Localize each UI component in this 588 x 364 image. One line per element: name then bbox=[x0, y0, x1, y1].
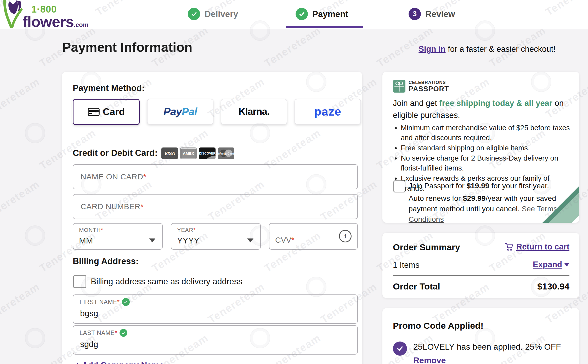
first-name-label: FIRST NAME bbox=[80, 299, 117, 305]
last-name-valid-check-icon bbox=[120, 329, 127, 337]
first-name-valid-check-icon bbox=[122, 298, 130, 306]
cart-icon bbox=[505, 243, 514, 251]
celebrations-passport-card: CELEBRATIONS PASSPORT Join and get free … bbox=[382, 72, 579, 223]
promo-code-card: Promo Code Applied! 25LOVELY has been ap… bbox=[382, 308, 579, 364]
promo-applied-check-icon bbox=[393, 342, 407, 356]
method-klarna-button[interactable]: Klarna. bbox=[221, 99, 287, 124]
signin-rest: for a faster & easier checkout! bbox=[446, 44, 556, 54]
method-paypal-button[interactable]: PayPal bbox=[147, 99, 213, 124]
first-name-value: bgsg bbox=[80, 309, 98, 318]
auto-renew-text: Auto renews for $29.99/year with your sa… bbox=[409, 193, 568, 223]
visa-icon: VISA bbox=[161, 147, 178, 159]
benefit-item: No service charge for 2 Business-Day del… bbox=[401, 153, 573, 173]
step-delivery-label: Delivery bbox=[205, 9, 238, 19]
passport-brand-top: CELEBRATIONS bbox=[409, 80, 449, 85]
benefit-item: Minimum cart merchandise value of $25 be… bbox=[401, 123, 573, 143]
benefit-item: Free standard shipping on eligible items… bbox=[401, 143, 573, 153]
year-select[interactable]: YEAR* YYYY bbox=[171, 223, 261, 250]
payment-method-row: Card PayPal Klarna. paze bbox=[73, 99, 361, 125]
signin-link[interactable]: Sign in bbox=[419, 44, 445, 54]
payment-form-card: Payment Method: Card PayPal Klarna. paze… bbox=[62, 72, 362, 364]
expand-toggle[interactable]: Expand bbox=[533, 260, 569, 269]
passport-brand-bottom: PASSPORT bbox=[409, 85, 449, 93]
month-label: MONTH bbox=[79, 227, 101, 233]
flowers-logo[interactable]: 1·800 flowers.com bbox=[2, 0, 24, 29]
logo-flowers-word: flowers bbox=[22, 13, 74, 30]
payment-method-label: Payment Method: bbox=[73, 83, 145, 93]
payment-complete-check-icon bbox=[296, 8, 308, 20]
free-shipping-highlight: free shipping today & all year bbox=[439, 99, 552, 108]
billing-same-checkbox[interactable] bbox=[73, 275, 86, 288]
cvv-input[interactable]: CVV* i bbox=[269, 223, 358, 250]
method-card-label: Card bbox=[103, 106, 125, 117]
mastercard-icon: MasterCard bbox=[218, 147, 234, 159]
klarna-logo: Klarna. bbox=[239, 106, 269, 117]
passport-join-text: Join and get free shipping today & all y… bbox=[393, 97, 567, 121]
month-caret-icon bbox=[149, 238, 155, 242]
logo-com: .com bbox=[74, 21, 88, 28]
year-value: YYYY bbox=[177, 236, 199, 246]
expand-label: Expand bbox=[533, 260, 562, 269]
return-to-cart-link[interactable]: Return to cart bbox=[505, 242, 569, 252]
name-on-card-placeholder: NAME ON CARD bbox=[81, 172, 143, 181]
step-review-label: Review bbox=[425, 9, 455, 19]
add-company-link[interactable]: + Add Company Name bbox=[75, 360, 164, 364]
required-asterisk: * bbox=[140, 202, 144, 211]
month-value: MM bbox=[79, 236, 93, 246]
page-title: Payment Information bbox=[62, 40, 192, 55]
step-review[interactable]: 3 Review bbox=[409, 8, 455, 20]
tulip-icon bbox=[2, 0, 24, 28]
cvv-placeholder: CVV bbox=[275, 236, 291, 244]
last-name-input[interactable]: LAST NAME* sgdg bbox=[73, 325, 358, 355]
step-delivery[interactable]: Delivery bbox=[188, 8, 238, 20]
year-caret-icon bbox=[247, 238, 253, 242]
name-on-card-input[interactable]: NAME ON CARD* bbox=[73, 164, 358, 189]
checkout-page: 1·800 flowers.com Delivery Payment 3 Rev… bbox=[0, 0, 588, 364]
discover-icon: DISCOVER bbox=[199, 147, 216, 159]
order-summary-title: Order Summary bbox=[393, 242, 460, 252]
items-count: 1 Items bbox=[393, 260, 420, 270]
order-summary-card: Order Summary Return to cart 1 Items Exp… bbox=[382, 233, 579, 298]
return-to-cart-label: Return to cart bbox=[516, 242, 569, 252]
delivery-complete-check-icon bbox=[188, 8, 200, 20]
method-card-button[interactable]: Card bbox=[73, 99, 140, 125]
order-total-value: $130.94 bbox=[537, 281, 569, 292]
required-asterisk: * bbox=[143, 172, 146, 181]
cvv-info-icon[interactable]: i bbox=[339, 230, 352, 242]
promo-remove-link[interactable]: Remove bbox=[413, 356, 446, 364]
billing-address-label: Billing Address: bbox=[73, 256, 139, 266]
active-step-underline bbox=[286, 26, 363, 28]
expand-caret-icon bbox=[564, 263, 569, 266]
last-name-label: LAST NAME bbox=[80, 329, 115, 336]
method-paze-button[interactable]: paze bbox=[295, 99, 361, 124]
logo-1800: 1·800 bbox=[31, 5, 88, 14]
card-number-input[interactable]: CARD NUMBER* bbox=[73, 194, 358, 219]
header: 1·800 flowers.com Delivery Payment 3 Rev… bbox=[0, 0, 588, 29]
paypal-logo: PayPal bbox=[163, 106, 197, 118]
billing-same-label: Billing address same as delivery address bbox=[91, 277, 242, 286]
step-payment[interactable]: Payment bbox=[296, 8, 348, 20]
summary-divider bbox=[393, 275, 569, 276]
order-total-label: Order Total bbox=[393, 281, 440, 292]
card-brand-row: VISA AMEX DISCOVER MasterCard bbox=[161, 147, 234, 159]
passport-gift-icon bbox=[393, 80, 405, 93]
paze-logo: paze bbox=[314, 105, 341, 118]
amex-icon: AMEX bbox=[180, 147, 197, 159]
credit-card-icon bbox=[88, 108, 100, 116]
last-name-value: sgdg bbox=[80, 339, 98, 349]
step-payment-label: Payment bbox=[312, 9, 348, 19]
credit-debit-label: Credit or Debit Card: bbox=[73, 148, 158, 158]
join-passport-line: Join Passport for $19.99 for your first … bbox=[409, 181, 549, 190]
promo-applied-text: 25LOVELY has been applied. 25% OFF bbox=[413, 342, 561, 352]
signin-line: Sign in for a faster & easier checkout! bbox=[419, 44, 556, 54]
first-name-input[interactable]: FIRST NAME* bgsg bbox=[73, 294, 358, 324]
step-review-number: 3 bbox=[409, 8, 421, 20]
card-number-placeholder: CARD NUMBER bbox=[81, 202, 140, 211]
year-label: YEAR bbox=[177, 227, 193, 233]
join-passport-checkbox[interactable] bbox=[393, 180, 405, 192]
promo-title: Promo Code Applied! bbox=[393, 321, 483, 331]
month-select[interactable]: MONTH* MM bbox=[73, 223, 163, 250]
